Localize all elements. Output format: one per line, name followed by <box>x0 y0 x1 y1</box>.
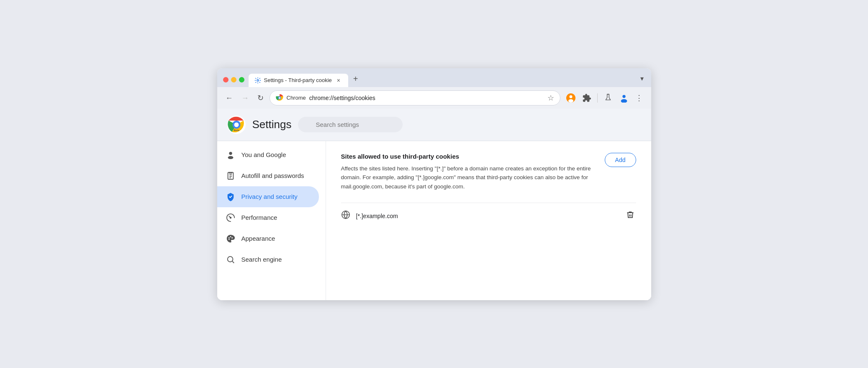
sidebar-item-autofill[interactable]: Autofill and passwords <box>217 165 319 186</box>
trash-icon <box>626 211 634 219</box>
svg-point-9 <box>622 95 625 98</box>
chrome-browser-icon <box>276 94 283 102</box>
chrome-label: Chrome <box>287 95 306 101</box>
sidebar-label-privacy: Privacy and security <box>241 193 298 200</box>
sidebar-item-search-engine[interactable]: Search engine <box>217 249 319 270</box>
lab-icon <box>603 93 613 103</box>
more-options-button[interactable]: ⋮ <box>633 92 645 104</box>
nav-icons: ⋮ <box>564 92 645 104</box>
svg-point-0 <box>257 80 259 81</box>
sidebar-label-performance: Performance <box>241 214 277 221</box>
delete-cookie-button[interactable] <box>624 209 636 223</box>
sidebar-label-autofill: Autofill and passwords <box>241 172 304 179</box>
sidebar-label-appearance: Appearance <box>241 235 275 242</box>
settings-tab-icon <box>254 77 261 84</box>
section-header-row: Sites allowed to use third-party cookies… <box>341 153 636 201</box>
extensions-icon <box>582 93 591 103</box>
url-text: chrome://settings/cookies <box>309 95 544 101</box>
search-icon-sidebar <box>226 255 236 264</box>
shield-icon <box>226 192 236 201</box>
active-tab[interactable]: Settings - Third-party cookie × <box>249 74 348 87</box>
svg-line-28 <box>232 261 234 263</box>
section-description: Affects the sites listed here. Inserting… <box>341 164 595 191</box>
traffic-lights <box>223 77 244 82</box>
clipboard-icon <box>226 171 236 180</box>
minimize-window-button[interactable] <box>231 77 236 82</box>
reload-button[interactable]: ↻ <box>255 93 266 103</box>
sidebar-label-you-and-google: You and Google <box>241 151 286 158</box>
svg-point-24 <box>228 237 229 238</box>
address-bar[interactable]: Chrome chrome://settings/cookies ☆ <box>270 90 560 106</box>
svg-point-27 <box>227 256 233 262</box>
section-text-block: Sites allowed to use third-party cookies… <box>341 153 595 201</box>
svg-text:Beta: Beta <box>234 129 239 131</box>
sidebar-item-you-and-google[interactable]: You and Google <box>217 144 319 165</box>
sidebar-item-appearance[interactable]: Appearance <box>217 228 319 249</box>
sidebar: You and Google Autofill and passwords <box>217 141 326 300</box>
title-bar-right: ▾ <box>639 73 645 87</box>
account-icon-button[interactable] <box>617 92 631 104</box>
cookie-domain: [*.]example.com <box>356 213 619 219</box>
svg-point-4 <box>279 97 280 99</box>
tab-close-button[interactable]: × <box>335 77 342 84</box>
account-icon <box>619 93 629 103</box>
svg-point-23 <box>228 239 229 240</box>
nav-divider <box>597 93 598 103</box>
extensions-icon-button[interactable] <box>580 92 594 104</box>
bookmark-icon[interactable]: ☆ <box>547 93 554 103</box>
profile-icon <box>566 93 575 103</box>
svg-point-7 <box>568 99 573 103</box>
palette-icon <box>226 234 236 243</box>
settings-search-input[interactable] <box>298 117 403 132</box>
back-button[interactable]: ← <box>223 93 236 103</box>
sidebar-item-privacy[interactable]: Privacy and security <box>217 186 319 207</box>
svg-point-10 <box>621 99 627 102</box>
dropdown-button[interactable]: ▾ <box>639 73 645 84</box>
globe-icon <box>341 210 350 222</box>
browser-window: Settings - Third-party cookie × + ▾ ← → … <box>217 68 651 300</box>
svg-point-16 <box>229 152 232 154</box>
forward-button[interactable]: → <box>239 93 252 103</box>
profile-icon-button[interactable] <box>564 92 578 104</box>
nav-bar: ← → ↻ Chrome chrome://settings/cookies ☆ <box>217 87 651 109</box>
settings-page-title: Settings <box>252 118 292 131</box>
svg-point-26 <box>231 237 233 238</box>
gauge-icon <box>226 213 236 222</box>
add-button[interactable]: Add <box>605 153 636 167</box>
search-wrapper: 🔍 <box>298 117 641 132</box>
lab-icon-button[interactable] <box>601 92 615 104</box>
cookie-entry: [*.]example.com <box>341 203 636 229</box>
sidebar-item-performance[interactable]: Performance <box>217 207 319 228</box>
person-icon <box>226 150 236 160</box>
svg-point-6 <box>569 95 572 98</box>
svg-point-25 <box>230 236 231 237</box>
close-window-button[interactable] <box>223 77 229 82</box>
settings-header: Beta Settings 🔍 <box>217 109 651 141</box>
new-tab-button[interactable]: + <box>350 72 362 85</box>
svg-point-22 <box>230 217 231 218</box>
sidebar-label-search-engine: Search engine <box>241 256 282 263</box>
settings-body: You and Google Autofill and passwords <box>217 141 651 300</box>
svg-point-14 <box>234 122 239 127</box>
tab-bar: Settings - Third-party cookie × + <box>249 72 634 87</box>
tab-title: Settings - Third-party cookie <box>264 77 332 83</box>
maximize-window-button[interactable] <box>239 77 244 82</box>
section-title: Sites allowed to use third-party cookies <box>341 153 595 160</box>
svg-point-17 <box>228 156 233 159</box>
main-panel: Sites allowed to use third-party cookies… <box>326 141 651 300</box>
title-bar: Settings - Third-party cookie × + ▾ <box>217 68 651 87</box>
main-content: Beta Settings 🔍 You and Google <box>217 109 651 300</box>
chrome-logo: Beta <box>227 116 246 134</box>
